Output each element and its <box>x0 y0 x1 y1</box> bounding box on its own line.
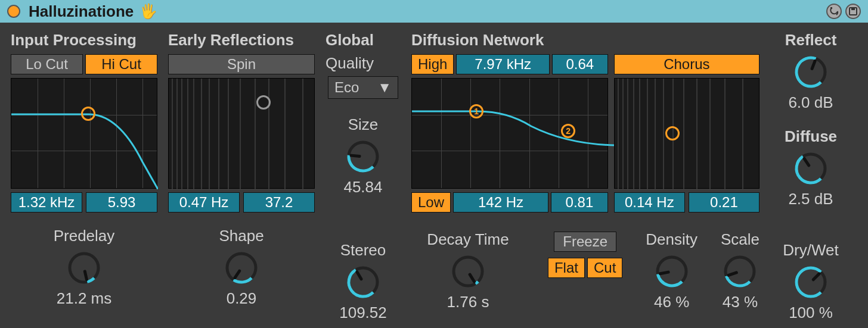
svg-line-43 <box>729 273 737 276</box>
spin-amount-value[interactable]: 37.2 <box>243 192 315 213</box>
hand-icon: 🖐 <box>140 3 157 20</box>
high-freq-value[interactable]: 7.97 kHz <box>456 54 550 74</box>
device-on-toggle[interactable] <box>7 5 20 18</box>
svg-line-39 <box>470 274 474 282</box>
early-reflections-title: Early Reflections <box>168 31 315 49</box>
diffuse-value[interactable]: 2.5 dB <box>788 190 833 208</box>
density-value[interactable]: 46 % <box>654 293 689 311</box>
scale-knob[interactable] <box>722 254 758 289</box>
decay-value[interactable]: 1.76 s <box>447 293 489 311</box>
predelay-label: Predelay <box>54 227 115 245</box>
early-reflections-graph[interactable] <box>168 78 315 189</box>
density-knob[interactable] <box>654 254 690 289</box>
size-label: Size <box>348 115 379 134</box>
output-section: Reflect 6.0 dB Diffuse 2.5 dB Dry/Wet 10… <box>770 31 851 322</box>
scale-label: Scale <box>721 230 760 249</box>
shape-knob[interactable] <box>224 250 259 286</box>
drywet-value[interactable]: 100 % <box>789 304 833 322</box>
diffusion-filter-graph[interactable]: 1 2 <box>411 78 608 189</box>
predelay-knob[interactable] <box>66 250 102 286</box>
stereo-knob[interactable] <box>345 264 381 300</box>
svg-point-2 <box>70 254 98 282</box>
decay-label: Decay Time <box>427 230 509 249</box>
lo-cut-toggle[interactable]: Lo Cut <box>11 54 83 74</box>
spin-toggle[interactable]: Spin <box>168 54 315 74</box>
flat-toggle[interactable]: Flat <box>548 258 585 278</box>
chorus-rate-value[interactable]: 0.14 Hz <box>614 192 685 213</box>
input-filter-graph[interactable] <box>11 78 157 189</box>
spin-rate-value[interactable]: 0.47 Hz <box>168 192 240 213</box>
reflect-knob[interactable] <box>793 54 829 90</box>
reflect-label: Reflect <box>785 31 837 49</box>
diffusion-network-section: Diffusion Network High 7.97 kHz 0.64 1 2… <box>411 31 760 322</box>
device-body: Input Processing Lo Cut Hi Cut 1.32 kHz … <box>0 23 868 328</box>
shape-label: Shape <box>219 227 264 245</box>
svg-line-47 <box>804 158 809 165</box>
svg-point-18 <box>227 254 256 282</box>
quality-label: Quality <box>326 54 374 73</box>
input-freq-value[interactable]: 1.32 kHz <box>11 192 82 213</box>
chorus-amount-value[interactable]: 0.21 <box>689 192 760 213</box>
title-bar: Halluzinatione 🖐 <box>0 0 868 23</box>
svg-line-19 <box>235 271 240 278</box>
stereo-value[interactable]: 109.52 <box>339 304 387 322</box>
low-amount-value[interactable]: 0.81 <box>551 192 608 213</box>
drywet-label: Dry/Wet <box>783 241 838 260</box>
svg-rect-1 <box>851 8 855 10</box>
global-title: Global <box>326 31 374 49</box>
low-freq-value[interactable]: 142 Hz <box>453 192 548 213</box>
chevron-down-icon: ▼ <box>377 79 392 96</box>
quality-dropdown[interactable]: Eco ▼ <box>328 76 398 99</box>
device-title: Halluzinatione <box>29 2 134 21</box>
diffuse-knob[interactable] <box>793 151 829 186</box>
size-knob[interactable] <box>345 139 381 174</box>
input-amount-value[interactable]: 5.93 <box>86 192 157 213</box>
hi-cut-toggle[interactable]: Hi Cut <box>85 54 157 74</box>
early-reflections-section: Early Reflections Spin 0.47 Hz 37.2 Shap… <box>168 31 315 322</box>
freeze-button[interactable]: Freeze <box>554 232 616 252</box>
global-section: Global Quality Eco ▼ Size 45.84 Stereo 1… <box>326 31 401 322</box>
quality-value: Eco <box>334 79 359 96</box>
rand-button[interactable] <box>826 4 842 19</box>
diffusion-network-title: Diffusion Network <box>411 31 760 49</box>
high-shelf-toggle[interactable]: High <box>411 54 454 74</box>
chorus-graph[interactable] <box>614 78 760 189</box>
input-processing-title: Input Processing <box>11 31 157 49</box>
svg-line-3 <box>85 271 86 280</box>
chorus-toggle[interactable]: Chorus <box>614 54 760 74</box>
input-processing-section: Input Processing Lo Cut Hi Cut 1.32 kHz … <box>11 31 157 322</box>
drywet-knob[interactable] <box>793 264 829 300</box>
svg-line-21 <box>351 155 359 156</box>
save-button[interactable] <box>845 4 861 19</box>
svg-line-41 <box>660 272 668 274</box>
reflect-value[interactable]: 6.0 dB <box>788 93 833 112</box>
svg-line-45 <box>812 61 815 68</box>
low-shelf-toggle[interactable]: Low <box>411 192 451 213</box>
scale-value[interactable]: 43 % <box>723 293 758 311</box>
svg-line-23 <box>357 272 361 279</box>
stereo-label: Stereo <box>340 241 386 260</box>
high-amount-value[interactable]: 0.64 <box>552 54 608 74</box>
density-label: Density <box>646 230 698 249</box>
decay-knob[interactable] <box>450 254 486 289</box>
svg-line-49 <box>813 274 819 280</box>
svg-point-38 <box>454 257 482 286</box>
diffuse-label: Diffuse <box>785 127 837 146</box>
shape-value[interactable]: 0.29 <box>227 289 257 308</box>
cut-toggle[interactable]: Cut <box>587 258 622 278</box>
predelay-value[interactable]: 21.2 ms <box>57 289 112 308</box>
size-value[interactable]: 45.84 <box>343 178 382 196</box>
